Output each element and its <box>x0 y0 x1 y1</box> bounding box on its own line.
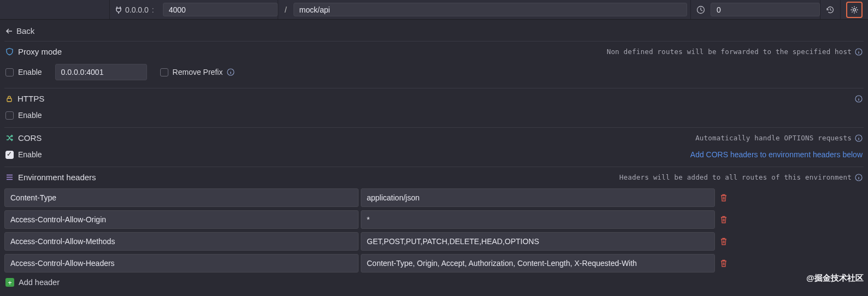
watermark: @掘金技术社区 <box>806 273 864 283</box>
cors-section: CORS Automatically handle OPTIONS reques… <box>4 127 864 167</box>
header-row <box>4 210 864 229</box>
delete-header-button[interactable] <box>717 215 730 224</box>
env-headers-section: Environment headers Headers will be adde… <box>4 167 864 287</box>
header-row <box>4 188 864 207</box>
port-input[interactable] <box>163 3 278 16</box>
header-key-input[interactable] <box>4 254 359 273</box>
https-enable-label: Enable <box>18 111 42 120</box>
header-key-input[interactable] <box>4 210 359 229</box>
remove-prefix-checkbox[interactable] <box>160 68 168 76</box>
back-label: Back <box>16 26 34 35</box>
add-cors-headers-link[interactable]: Add CORS headers to environment headers … <box>690 150 863 159</box>
back-arrow-icon <box>5 27 13 35</box>
proxy-section: Proxy mode Non defined routes will be fo… <box>4 41 864 88</box>
trash-icon <box>720 259 728 268</box>
header-value-input[interactable] <box>361 188 715 207</box>
https-section: HTTPS Enable <box>4 88 864 127</box>
add-header-button[interactable]: + Add header <box>4 273 864 287</box>
cors-enable-row[interactable]: Enable <box>5 150 42 159</box>
https-title: HTTPS <box>17 94 44 103</box>
plus-icon: + <box>5 278 14 287</box>
host-segment: 0.0.0.0 : <box>109 0 160 19</box>
delete-header-button[interactable] <box>717 193 730 202</box>
trash-icon <box>720 193 728 202</box>
trash-icon <box>720 237 728 246</box>
header-key-input[interactable] <box>4 232 359 251</box>
header-key-cell <box>4 188 359 207</box>
toolbar-spacer <box>0 0 109 19</box>
info-icon[interactable] <box>855 95 863 103</box>
info-icon[interactable] <box>855 48 863 56</box>
header-row <box>4 232 864 251</box>
header-value-cell <box>361 254 715 273</box>
history-icon <box>826 5 835 14</box>
proxy-host-input[interactable] <box>55 64 147 80</box>
header-value-input[interactable] <box>361 210 715 229</box>
info-icon[interactable] <box>227 68 234 76</box>
shield-icon <box>5 48 14 56</box>
port-separator: : <box>152 5 154 14</box>
proxy-enable-checkbox[interactable] <box>5 68 14 76</box>
trash-icon <box>720 215 728 224</box>
proxy-enable-label: Enable <box>18 68 42 76</box>
back-link[interactable]: Back <box>4 23 864 41</box>
cors-note: Automatically handle OPTIONS requests <box>695 134 852 142</box>
list-icon <box>5 173 14 181</box>
delete-header-button[interactable] <box>717 237 730 246</box>
latency-input[interactable] <box>711 3 820 16</box>
headers-list <box>4 186 864 273</box>
https-enable-checkbox[interactable] <box>5 111 14 120</box>
host-label: 0.0.0.0 <box>125 5 149 14</box>
prefix-input[interactable] <box>294 3 687 16</box>
shuffle-icon <box>5 134 14 142</box>
add-header-label: Add header <box>19 278 60 287</box>
header-row <box>4 254 864 273</box>
header-value-input[interactable] <box>361 254 715 273</box>
history-segment[interactable] <box>820 0 840 19</box>
path-separator: / <box>278 0 294 19</box>
https-enable-row[interactable]: Enable <box>5 111 42 120</box>
svg-point-1 <box>853 8 856 11</box>
delete-header-button[interactable] <box>717 259 730 268</box>
remove-prefix-label: Remove Prefix <box>173 68 223 76</box>
info-icon[interactable] <box>855 174 863 181</box>
header-key-input[interactable] <box>4 188 359 207</box>
header-key-cell <box>4 210 359 229</box>
header-value-input[interactable] <box>361 232 715 251</box>
header-key-cell <box>4 232 359 251</box>
header-key-cell <box>4 254 359 273</box>
lock-icon <box>5 95 13 103</box>
header-value-cell <box>361 188 715 207</box>
cors-enable-checkbox[interactable] <box>5 151 14 159</box>
proxy-note: Non defined routes will be forwarded to … <box>607 48 852 56</box>
latency-segment <box>690 0 711 19</box>
header-value-cell <box>361 232 715 251</box>
clock-icon <box>696 5 705 14</box>
header-value-cell <box>361 210 715 229</box>
settings-segment[interactable] <box>840 0 868 19</box>
plug-icon <box>115 6 122 14</box>
proxy-title: Proxy mode <box>18 47 62 56</box>
env-headers-title: Environment headers <box>18 173 96 182</box>
main-panel: Back Proxy mode Non defined routes will … <box>0 20 868 287</box>
cors-enable-label: Enable <box>18 150 42 159</box>
svg-rect-4 <box>7 98 11 102</box>
cors-title: CORS <box>18 133 42 143</box>
gear-icon <box>846 2 863 18</box>
proxy-enable-row[interactable]: Enable <box>5 68 42 76</box>
env-headers-note: Headers will be added to all routes of t… <box>619 173 852 181</box>
top-toolbar: 0.0.0.0 : / <box>0 0 868 20</box>
info-icon[interactable] <box>855 134 863 142</box>
remove-prefix-row[interactable]: Remove Prefix <box>160 68 235 76</box>
